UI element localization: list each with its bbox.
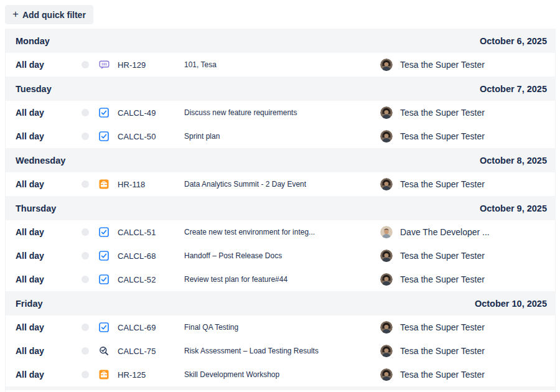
- day-name: Wednesday: [16, 156, 65, 166]
- qa-review-icon: [93, 346, 115, 356]
- issue-key[interactable]: CALCL-50: [115, 132, 178, 141]
- plus-icon: +: [12, 9, 19, 19]
- status-dot-cell: [78, 133, 93, 140]
- all-day-label: All day: [16, 227, 78, 237]
- assignee-avatar: [374, 321, 394, 334]
- issue-summary[interactable]: 101, Tesa: [178, 60, 374, 69]
- task-icon: [93, 227, 115, 237]
- issue-key[interactable]: CALCL-68: [115, 251, 178, 261]
- issue-summary[interactable]: Review test plan for feature#44: [178, 275, 374, 284]
- day-header-wednesday: WednesdayOctober 8, 2025: [6, 148, 555, 172]
- all-day-label: All day: [16, 322, 78, 332]
- briefcase-icon: [93, 179, 115, 189]
- assignee-name: Tesa the Super Tester: [394, 179, 555, 189]
- all-day-label: All day: [16, 251, 78, 261]
- assignee-name: Tesa the Super Tester: [394, 251, 555, 261]
- assignee-avatar: [374, 345, 394, 357]
- issue-key[interactable]: HR-118: [115, 180, 178, 189]
- day-date: October 9, 2025: [480, 203, 547, 213]
- event-row-calcl-51[interactable]: All dayCALCL-51Create new test environme…: [6, 220, 555, 244]
- agenda-rows: MondayOctober 6, 2025All day101HR-129101…: [6, 29, 555, 386]
- issue-summary[interactable]: Handoff – Post Release Docs: [178, 251, 374, 260]
- status-dot-cell: [78, 228, 93, 236]
- next-day-header-partial: [6, 386, 555, 390]
- issue-key[interactable]: HR-125: [115, 370, 178, 380]
- all-day-label: All day: [16, 370, 78, 380]
- assignee-name: Tesa the Super Tester: [394, 370, 555, 380]
- agenda-page: + Add quick filter MondayOctober 6, 2025…: [0, 0, 560, 392]
- issue-key[interactable]: CALCL-69: [115, 323, 178, 332]
- assignee-name: Dave The Developer ...: [394, 227, 555, 237]
- day-date: October 7, 2025: [480, 84, 547, 94]
- issue-key[interactable]: CALCL-51: [115, 228, 178, 237]
- event-row-calcl-52[interactable]: All dayCALCL-52Review test plan for feat…: [6, 268, 555, 291]
- status-dot-icon: [82, 371, 89, 378]
- assignee-name: Tesa the Super Tester: [394, 346, 555, 356]
- status-dot-cell: [78, 180, 93, 188]
- issue-key[interactable]: HR-129: [115, 60, 178, 70]
- assignee-avatar: [374, 58, 394, 71]
- all-day-label: All day: [16, 108, 78, 118]
- status-dot-cell: [78, 276, 93, 283]
- issue-summary[interactable]: Sprint plan: [178, 132, 374, 141]
- day-name: Thursday: [16, 203, 56, 213]
- week-agenda-list: MondayOctober 6, 2025All day101HR-129101…: [5, 29, 556, 392]
- event-row-calcl-68[interactable]: All dayCALCL-68Handoff – Post Release Do…: [6, 244, 555, 268]
- day-header-monday: MondayOctober 6, 2025: [6, 29, 555, 53]
- event-row-calcl-50[interactable]: All dayCALCL-50Sprint planTesa the Super…: [6, 124, 555, 148]
- assignee-name: Tesa the Super Tester: [394, 108, 555, 118]
- task-icon: [93, 274, 115, 284]
- status-dot-icon: [82, 133, 89, 140]
- issue-key[interactable]: CALCL-75: [115, 347, 178, 356]
- add-quick-filter-label: Add quick filter: [22, 10, 86, 20]
- assignee-avatar: [374, 250, 394, 262]
- all-day-label: All day: [16, 274, 78, 284]
- task-icon: [93, 322, 115, 332]
- all-day-label: All day: [16, 131, 78, 141]
- issue-summary[interactable]: Risk Assessment – Load Testing Results: [178, 347, 374, 355]
- status-dot-cell: [78, 347, 93, 355]
- event-row-calcl-69[interactable]: All dayCALCL-69Final QA TestingTesa the …: [6, 315, 555, 339]
- status-dot-cell: [78, 252, 93, 259]
- status-dot-icon: [82, 347, 89, 355]
- status-dot-icon: [82, 109, 89, 116]
- issue-summary[interactable]: Create new test environment for integ...: [178, 228, 374, 236]
- day-name: Tuesday: [16, 84, 52, 94]
- event-row-calcl-75[interactable]: All dayCALCL-75Risk Assessment – Load Te…: [6, 339, 555, 363]
- one-on-one-icon: 101: [93, 60, 115, 70]
- issue-summary[interactable]: Data Analytics Summit - 2 Day Event: [178, 180, 374, 189]
- briefcase-icon: [93, 370, 115, 380]
- status-dot-cell: [78, 371, 93, 378]
- all-day-label: All day: [16, 179, 78, 189]
- assignee-name: Tesa the Super Tester: [394, 60, 555, 70]
- assignee-name: Tesa the Super Tester: [394, 274, 555, 284]
- assignee-avatar: [374, 368, 394, 381]
- event-row-hr-125[interactable]: All dayHR-125Skill Development WorkshopT…: [6, 363, 555, 386]
- issue-summary[interactable]: Final QA Testing: [178, 323, 374, 332]
- issue-summary[interactable]: Skill Development Workshop: [178, 370, 374, 379]
- assignee-name: Tesa the Super Tester: [394, 322, 555, 332]
- event-row-hr-129[interactable]: All day101HR-129101, TesaTesa the Super …: [6, 53, 555, 77]
- all-day-label: All day: [16, 60, 78, 70]
- event-row-hr-118[interactable]: All dayHR-118Data Analytics Summit - 2 D…: [6, 172, 555, 196]
- assignee-avatar: [374, 178, 394, 190]
- issue-summary[interactable]: Discuss new feature requirements: [178, 108, 374, 117]
- day-header-tuesday: TuesdayOctober 7, 2025: [6, 77, 555, 101]
- issue-key[interactable]: CALCL-49: [115, 108, 178, 118]
- add-quick-filter-button[interactable]: + Add quick filter: [5, 5, 93, 24]
- all-day-label: All day: [16, 346, 78, 356]
- day-name: Monday: [16, 36, 50, 46]
- issue-key[interactable]: CALCL-52: [115, 275, 178, 284]
- day-header-thursday: ThursdayOctober 9, 2025: [6, 196, 555, 220]
- task-icon: [93, 131, 115, 141]
- status-dot-icon: [82, 252, 89, 259]
- status-dot-cell: [78, 109, 93, 116]
- status-dot-icon: [82, 324, 89, 331]
- task-icon: [93, 108, 115, 118]
- status-dot-icon: [82, 228, 89, 236]
- status-dot-cell: [78, 324, 93, 331]
- assignee-avatar: [374, 106, 394, 119]
- status-dot-icon: [82, 276, 89, 283]
- event-row-calcl-49[interactable]: All dayCALCL-49Discuss new feature requi…: [6, 101, 555, 124]
- svg-text:101: 101: [101, 62, 106, 66]
